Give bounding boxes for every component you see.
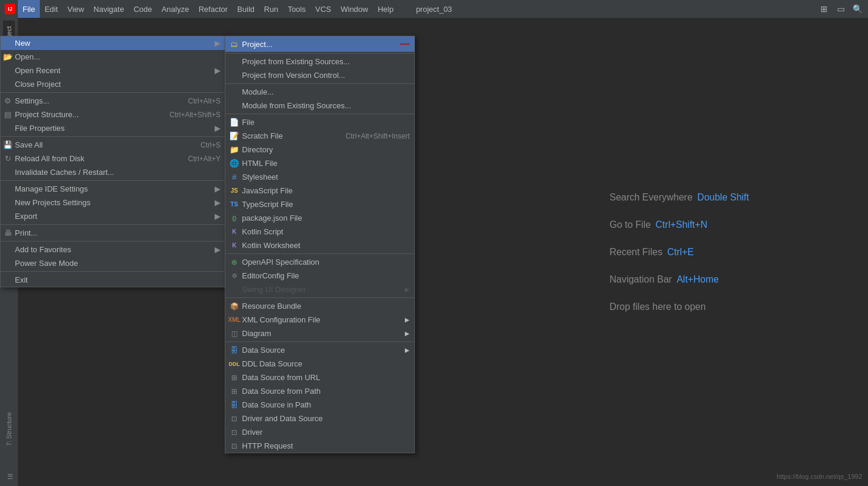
new-window-icon[interactable]: ▭ (835, 3, 847, 15)
new-package-json[interactable]: {} package.json File (225, 211, 414, 225)
open-recent-label: Open Recent (15, 66, 61, 75)
new-module[interactable]: Module... (225, 85, 414, 99)
menu-vcs[interactable]: VCS (310, 0, 336, 18)
new-driver[interactable]: ⊡ Driver (225, 425, 414, 439)
new-project[interactable]: 🗂 Project... — (225, 36, 414, 52)
driver-data-source-label: Driver and Data Source (242, 414, 323, 423)
http-request-icon: ⊡ (229, 441, 240, 451)
file-properties-arrow: ▶ (215, 124, 221, 133)
new-ts-file[interactable]: TS TypeScript File (225, 197, 414, 211)
file-menu-new[interactable]: New ▶ (1, 36, 225, 50)
new-diagram[interactable]: ◫ Diagram ▶ (225, 327, 414, 340)
file-menu-reload[interactable]: ↻ Reload All from Disk Ctrl+Alt+Y (1, 152, 225, 165)
file-menu-settings[interactable]: ⚙ Settings... Ctrl+Alt+S (1, 94, 225, 108)
reload-shortcut: Ctrl+Alt+Y (188, 155, 221, 163)
nav-bar-label: Navigation Bar (609, 274, 672, 285)
new-data-source[interactable]: 🗄 Data Source ▶ (225, 343, 414, 357)
project-from-vcs-label: Project from Version Control... (242, 71, 345, 80)
new-http-request[interactable]: ⊡ HTTP Request (225, 439, 414, 453)
welcome-goto: Go to File Ctrl+Shift+N (609, 220, 749, 230)
html-file-icon: 🌐 (229, 158, 240, 169)
separator-1 (1, 92, 225, 93)
separator-5 (1, 241, 225, 242)
file-menu-manage-ide[interactable]: Manage IDE Settings ▶ (1, 182, 225, 196)
menu-analyze[interactable]: Analyze (157, 0, 194, 18)
new-data-source-in-path[interactable]: 🗄 Data Source in Path (225, 398, 414, 412)
manage-ide-label: Manage IDE Settings (15, 184, 88, 193)
ns-sep-5 (225, 297, 414, 298)
file-menu-file-properties[interactable]: File Properties ▶ (1, 121, 225, 135)
save-all-shortcut: Ctrl+S (200, 141, 221, 149)
new-html-file[interactable]: 🌐 HTML File (225, 156, 414, 170)
html-file-label: HTML File (242, 159, 277, 168)
menu-refactor[interactable]: Refactor (194, 0, 232, 18)
file-icon: 📄 (229, 117, 240, 128)
file-menu-project-structure[interactable]: ▤ Project Structure... Ctrl+Alt+Shift+S (1, 108, 225, 121)
menu-code[interactable]: Code (129, 0, 157, 18)
package-json-label: package.json File (242, 214, 302, 222)
file-menu-add-favorites[interactable]: Add to Favorites ▶ (1, 243, 225, 256)
file-menu-exit[interactable]: Exit (1, 273, 225, 287)
new-module-from-existing[interactable]: Module from Existing Sources... (225, 99, 414, 112)
search-everywhere-shortcut: Double Shift (697, 192, 749, 203)
js-file-label: JavaScript File (242, 186, 293, 195)
resource-bundle-label: Resource Bundle (242, 302, 301, 311)
ns-sep-2 (225, 83, 414, 84)
file-menu-new-project-settings[interactable]: New Projects Settings ▶ (1, 196, 225, 209)
recent-files-label: Recent Files (609, 247, 662, 258)
new-js-file[interactable]: JS JavaScript File (225, 184, 414, 197)
separator-4 (1, 224, 225, 225)
driver-label: Driver (242, 428, 263, 437)
new-project-settings-arrow: ▶ (215, 198, 221, 207)
file-menu-open[interactable]: 📂 Open... (1, 50, 225, 64)
ts-file-label: TypeScript File (242, 200, 293, 209)
separator-6 (1, 271, 225, 272)
file-menu-print[interactable]: 🖶 Print... (1, 226, 225, 240)
sidebar-tab-structure[interactable]: 7: Structure (3, 406, 15, 452)
main-layout: 1: Project 7: Structure ☰ Search Everywh… (0, 18, 868, 486)
new-data-source-path[interactable]: ⊞ Data Source from Path (225, 384, 414, 398)
menu-tools[interactable]: Tools (283, 0, 310, 18)
menu-view[interactable]: View (62, 0, 89, 18)
switch-project-icon[interactable]: ⊞ (818, 3, 830, 15)
ns-sep-4 (225, 253, 414, 254)
search-everywhere-icon[interactable]: 🔍 (851, 3, 863, 15)
ts-file-icon: TS (229, 199, 240, 210)
menu-navigate[interactable]: Navigate (89, 0, 128, 18)
new-ddl-data-source[interactable]: DDL DDL Data Source (225, 357, 414, 371)
new-xml-config[interactable]: XML XML Configuration File ▶ (225, 313, 414, 327)
welcome-search: Search Everywhere Double Shift (609, 192, 749, 203)
file-menu-export[interactable]: Export ▶ (1, 209, 225, 223)
new-driver-and-data-source[interactable]: ⊡ Driver and Data Source (225, 412, 414, 425)
new-kotlin-script[interactable]: K Kotlin Script (225, 225, 414, 239)
ns-sep-3 (225, 114, 414, 114)
menu-help[interactable]: Help (373, 0, 398, 18)
new-file[interactable]: 📄 File (225, 115, 414, 129)
reload-label: Reload All from Disk (15, 154, 84, 163)
welcome-navbar: Navigation Bar Alt+Home (609, 274, 749, 285)
menu-edit[interactable]: Edit (40, 0, 62, 18)
file-menu-save-all[interactable]: 💾 Save All Ctrl+S (1, 138, 225, 152)
menu-window[interactable]: Window (336, 0, 373, 18)
menu-run[interactable]: Run (259, 0, 283, 18)
file-menu-open-recent[interactable]: Open Recent ▶ (1, 64, 225, 77)
new-openapi[interactable]: ⊕ OpenAPI Specification (225, 255, 414, 269)
menu-build[interactable]: Build (232, 0, 259, 18)
new-directory[interactable]: 📁 Directory (225, 143, 414, 156)
new-project-from-vcs[interactable]: Project from Version Control... (225, 68, 414, 82)
new-stylesheet[interactable]: # Stylesheet (225, 170, 414, 184)
new-resource-bundle[interactable]: 📦 Resource Bundle (225, 299, 414, 313)
new-scratch-file[interactable]: 📝 Scratch File Ctrl+Alt+Shift+Insert (225, 129, 414, 143)
file-menu-invalidate[interactable]: Invalidate Caches / Restart... (1, 165, 225, 179)
file-menu-close-project[interactable]: Close Project (1, 77, 225, 91)
new-project-from-existing[interactable]: Project from Existing Sources... (225, 55, 414, 68)
js-file-icon: JS (229, 186, 240, 196)
open-label: Open... (15, 52, 40, 61)
new-editorconfig[interactable]: ⚙ EditorConfig File (225, 269, 414, 283)
menu-file[interactable]: File (18, 0, 40, 18)
file-menu-power-save[interactable]: Power Save Mode (1, 256, 225, 270)
export-arrow: ▶ (215, 212, 221, 221)
sidebar-tab-bottom[interactable]: ☰ (3, 466, 15, 486)
new-kotlin-worksheet[interactable]: K Kotlin Worksheet (225, 239, 414, 252)
new-data-source-url[interactable]: ⊞ Data Source from URL (225, 371, 414, 384)
